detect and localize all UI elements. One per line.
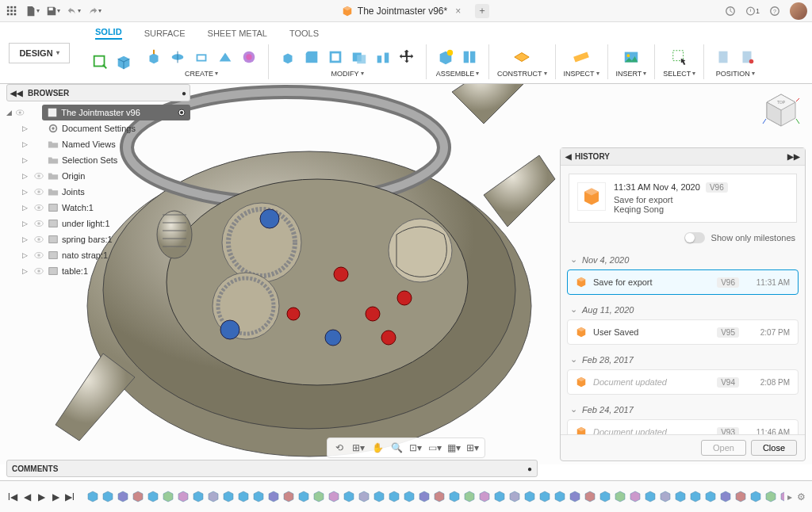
plane-icon[interactable] — [511, 46, 533, 68]
timeline-feature[interactable] — [553, 490, 567, 504]
timeline-feature[interactable] — [658, 490, 672, 504]
history-entry[interactable]: Document updatedV942:08 PM — [567, 369, 799, 395]
tree-toggle[interactable]: ◢ — [6, 109, 13, 117]
file-icon[interactable]: ▾ — [25, 4, 40, 18]
timeline-feature[interactable] — [432, 490, 446, 504]
tab-solid[interactable]: SOLID — [95, 27, 122, 40]
zoom-icon[interactable]: 🔍 — [389, 441, 404, 455]
timeline-start-icon[interactable]: I◀ — [6, 491, 19, 503]
tree-toggle[interactable]: ▷ — [22, 267, 30, 275]
timeline-feature[interactable] — [477, 490, 492, 504]
presspull-icon[interactable] — [277, 46, 299, 68]
position-group-label[interactable]: POSITION▾ — [716, 70, 755, 78]
align-icon[interactable] — [372, 46, 394, 68]
close-button[interactable]: Close — [751, 440, 797, 456]
tree-item[interactable]: ▷under light:1 — [6, 216, 190, 231]
timeline-feature[interactable] — [387, 490, 401, 504]
new-tab-button[interactable]: ＋ — [475, 4, 489, 18]
timeline-feature[interactable] — [206, 490, 220, 504]
timeline-prev-icon[interactable]: ◀ — [21, 491, 33, 503]
help-icon[interactable]: ? — [768, 4, 782, 18]
history-header[interactable]: ◀ HISTORY ▶▶ — [561, 148, 805, 166]
timeline-feature[interactable] — [101, 490, 115, 504]
timeline-feature[interactable] — [372, 490, 386, 504]
timeline-feature[interactable] — [718, 490, 733, 504]
move-icon[interactable] — [396, 46, 418, 68]
browser-header[interactable]: ◀◀ BROWSER ● — [6, 84, 190, 101]
loft-icon[interactable] — [214, 46, 236, 68]
timeline-feature[interactable] — [508, 490, 522, 504]
tree-item[interactable]: ▷Origin — [6, 168, 190, 184]
timeline-feature[interactable] — [282, 490, 296, 504]
timeline-feature[interactable] — [236, 490, 251, 504]
insert-icon[interactable] — [620, 46, 642, 68]
tree-item[interactable]: ▷Watch:1 — [6, 200, 190, 216]
extensions-icon[interactable] — [723, 4, 737, 18]
visibility-icon[interactable] — [33, 266, 44, 277]
position2-icon[interactable] — [736, 46, 758, 68]
extrude-icon[interactable] — [143, 46, 165, 68]
timeline-play-icon[interactable]: ▶ — [35, 491, 48, 503]
visibility-icon[interactable] — [15, 107, 25, 118]
timeline-feature[interactable] — [417, 490, 431, 504]
timeline-next-icon[interactable]: ▶ — [49, 491, 62, 503]
viewport-icon[interactable]: ⊞▾ — [465, 441, 480, 455]
visibility-icon[interactable] — [33, 186, 44, 197]
timeline-feature[interactable] — [643, 490, 657, 504]
tree-toggle[interactable]: ▷ — [22, 235, 30, 243]
shell-icon[interactable] — [324, 46, 347, 68]
tab-surface[interactable]: SURFACE — [144, 29, 186, 40]
comments-options-icon[interactable]: ● — [527, 464, 532, 473]
create-group-label[interactable]: CREATE▾ — [185, 70, 218, 78]
history-date-header[interactable]: ⌄ Feb 28, 2017 — [567, 350, 799, 369]
sketch-icon[interactable] — [89, 51, 111, 73]
timeline-feature[interactable] — [297, 490, 311, 504]
timeline-feature[interactable] — [402, 490, 416, 504]
tree-toggle[interactable]: ▷ — [22, 204, 30, 212]
timeline-feature[interactable] — [749, 490, 763, 504]
milestone-toggle[interactable] — [684, 232, 705, 243]
tree-item[interactable]: ▷spring bars:1 — [6, 231, 190, 247]
timeline-feature[interactable] — [116, 490, 130, 504]
visibility-icon[interactable] — [33, 218, 44, 229]
document-tab[interactable]: The Jointmaster v96* × — [335, 4, 470, 18]
timeline-settings-icon[interactable]: ⚙ — [797, 491, 806, 502]
timeline-feature[interactable] — [598, 490, 612, 504]
tab-sheetmetal[interactable]: SHEET METAL — [208, 29, 267, 40]
open-button[interactable]: Open — [701, 440, 746, 456]
timeline-feature[interactable] — [613, 490, 627, 504]
timeline-feature[interactable] — [688, 490, 703, 504]
timeline-feature[interactable] — [327, 490, 341, 504]
collapse-icon[interactable]: ◀◀ — [10, 89, 23, 97]
timeline-feature[interactable] — [492, 490, 507, 504]
tree-item[interactable]: ▷Named Views — [6, 136, 190, 152]
history-date-header[interactable]: ⌄ Feb 24, 2017 — [567, 399, 799, 419]
select-icon[interactable] — [668, 46, 691, 68]
visibility-icon[interactable] — [33, 202, 44, 213]
visibility-icon[interactable] — [33, 250, 44, 261]
history-entry[interactable]: User SavedV952:07 PM — [567, 319, 799, 345]
timeline-feature[interactable] — [176, 490, 190, 504]
save-icon[interactable]: ▾ — [46, 4, 60, 18]
history-date-header[interactable]: ⌄ Aug 11, 2020 — [567, 300, 799, 319]
grid-icon[interactable]: ▦▾ — [446, 441, 461, 455]
tree-item[interactable]: ▷nato strap:1 — [6, 247, 190, 263]
redo-icon[interactable]: ▾ — [87, 4, 102, 18]
history-entry[interactable]: Document updatedV9311:46 AM — [567, 419, 799, 434]
inspect-group-label[interactable]: INSPECT▾ — [564, 70, 599, 78]
timeline-feature[interactable] — [462, 490, 477, 504]
radio-icon[interactable] — [178, 109, 186, 117]
orbit-icon[interactable]: ⟲ — [332, 441, 347, 455]
tree-toggle[interactable]: ▷ — [22, 188, 30, 196]
timeline-feature[interactable] — [703, 490, 718, 504]
close-tab-icon[interactable]: × — [452, 6, 464, 17]
box-icon[interactable] — [113, 51, 135, 73]
tree-toggle[interactable]: ▷ — [22, 156, 30, 164]
timeline-feature[interactable] — [312, 490, 326, 504]
workspace-switcher[interactable]: DESIGN▾ — [9, 43, 69, 63]
position1-icon[interactable] — [712, 46, 734, 68]
display-icon[interactable]: ▭▾ — [427, 441, 442, 455]
emboss-icon[interactable] — [238, 46, 260, 68]
measure-icon[interactable] — [570, 46, 592, 68]
tree-item[interactable]: ▷Document Settings — [6, 120, 190, 136]
